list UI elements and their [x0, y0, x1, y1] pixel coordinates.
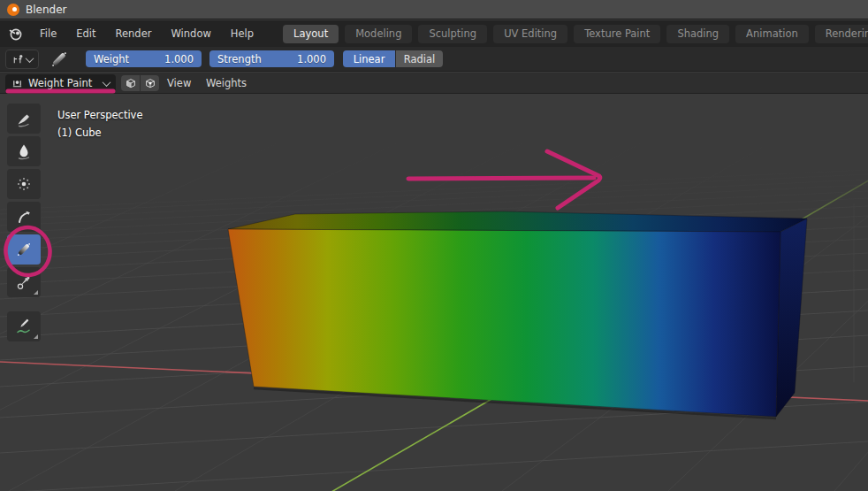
- viewport-scene: [0, 95, 868, 491]
- brush-asset-dropdown[interactable]: [5, 50, 39, 69]
- strength-slider-value: 1.000: [297, 53, 326, 65]
- annotate-pen-icon: [15, 318, 33, 335]
- falloff-radial-button[interactable]: Radial: [396, 50, 443, 67]
- tool-sample-weight-button[interactable]: [7, 267, 41, 297]
- tab-layout[interactable]: Layout: [283, 25, 339, 43]
- mode-selector-label: Weight Paint: [28, 77, 92, 89]
- paint-mask-toggle[interactable]: [121, 75, 140, 91]
- tool-smear-button[interactable]: [7, 202, 41, 232]
- window-title: Blender: [26, 4, 67, 16]
- face-mask-cube-icon: [125, 77, 137, 89]
- smear-arrow-icon: [15, 208, 33, 226]
- chevron-down-icon: [26, 54, 34, 63]
- tool-gradient-button[interactable]: [7, 234, 41, 265]
- blender-window: Blender File Edit Render Window Help Lay…: [0, 0, 868, 491]
- view-menu[interactable]: View: [159, 73, 199, 94]
- weight-slider-label: Weight: [94, 53, 129, 65]
- eyedropper-icon: [15, 273, 33, 291]
- vertex-mask-toggle[interactable]: [141, 75, 159, 91]
- chevron-down-icon: [103, 78, 111, 87]
- weight-slider-value: 1.000: [164, 53, 194, 65]
- strength-slider-label: Strength: [217, 53, 262, 65]
- weight-paint-mode-icon: [11, 78, 23, 89]
- brush-preview-icon[interactable]: [49, 50, 70, 69]
- viewport-toolbar: [7, 104, 41, 341]
- strength-slider[interactable]: Strength 1.000: [209, 50, 334, 67]
- brush-tool-icon: [11, 53, 25, 66]
- tool-average-button[interactable]: [7, 169, 41, 199]
- tab-uv-editing[interactable]: UV Editing: [493, 25, 567, 43]
- tab-texture-paint[interactable]: Texture Paint: [574, 25, 660, 43]
- viewport-3d[interactable]: User Perspective (1) Cube: [0, 95, 868, 491]
- blur-droplet-icon: [15, 142, 33, 160]
- menu-file[interactable]: File: [30, 23, 66, 44]
- weight-painted-cube[interactable]: [228, 211, 807, 418]
- falloff-linear-button[interactable]: Linear: [343, 50, 395, 67]
- menubar: File Edit Render Window Help Layout Mode…: [0, 20, 868, 47]
- menu-render[interactable]: Render: [106, 23, 162, 44]
- menu-window[interactable]: Window: [161, 23, 220, 44]
- menu-edit[interactable]: Edit: [66, 23, 105, 44]
- average-dotted-circle-icon: [15, 175, 33, 193]
- draw-brush-icon: [15, 110, 33, 127]
- tool-settings-bar: Weight 1.000 Strength 1.000 Linear Radia…: [0, 47, 868, 72]
- tab-rendering[interactable]: Rendering: [815, 25, 868, 43]
- titlebar: Blender: [0, 0, 868, 19]
- tab-shading[interactable]: Shading: [666, 25, 729, 43]
- weights-menu[interactable]: Weights: [198, 73, 255, 94]
- tool-draw-button[interactable]: [7, 104, 41, 134]
- vertex-mask-cube-icon: [144, 77, 156, 89]
- blender-logo-icon: [7, 4, 19, 16]
- tool-blur-button[interactable]: [7, 136, 41, 166]
- tool-annotate-button[interactable]: [7, 311, 41, 341]
- weight-slider[interactable]: Weight 1.000: [86, 50, 202, 67]
- viewport-header: Weight Paint View Weights: [0, 73, 868, 94]
- tab-animation[interactable]: Animation: [735, 25, 809, 43]
- cube-right-face: [776, 219, 807, 417]
- cube-front-face: [228, 229, 780, 417]
- menu-help[interactable]: Help: [221, 23, 263, 44]
- blender-app-menu-icon[interactable]: [7, 25, 25, 42]
- tab-modeling[interactable]: Modeling: [345, 25, 412, 43]
- workspace-tabs: Layout Modeling Sculpting UV Editing Tex…: [283, 25, 868, 43]
- tab-sculpting[interactable]: Sculpting: [418, 25, 487, 43]
- gradient-capsule-icon: [15, 241, 33, 258]
- mode-selector-dropdown[interactable]: Weight Paint: [5, 74, 116, 92]
